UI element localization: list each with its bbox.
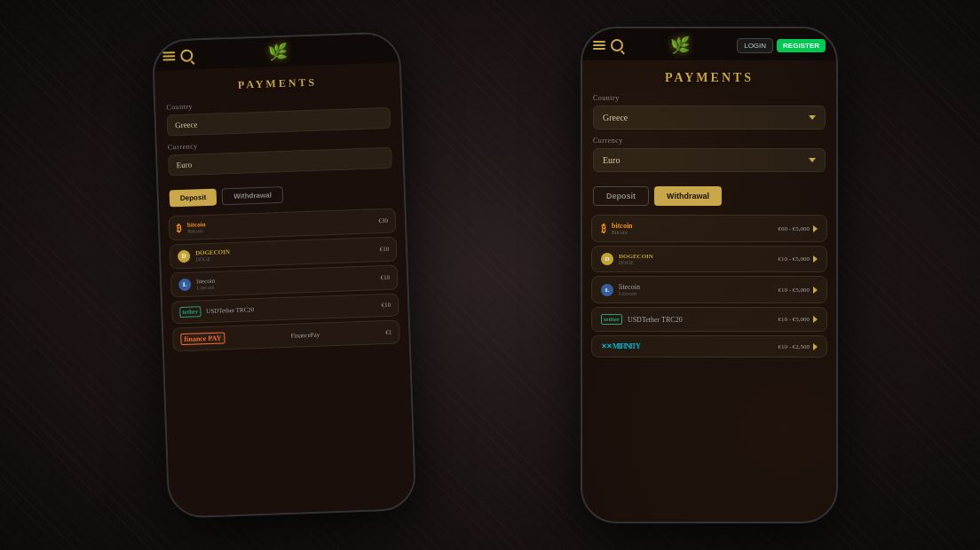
front-logo: 🌿 [670, 35, 690, 55]
front-doge-name: DOGECOIN [619, 253, 653, 260]
front-search-icon[interactable] [611, 39, 623, 51]
front-payment-mifinity[interactable]: ✕✕ MIFINITY €10 - €2,500 [591, 335, 827, 358]
hamburger-icon[interactable] [162, 51, 175, 60]
front-payment-litecoin[interactable]: Ł litecoin Litecoin €10 - €5,000 [591, 276, 827, 303]
login-button[interactable]: LOGIN [737, 38, 773, 53]
phone-front: 🌿 LOGIN REGISTER Payments Country Greece [581, 27, 838, 523]
front-nav-left [593, 39, 623, 51]
front-logo-emblem: 🌿 [670, 35, 690, 55]
back-nav-left [162, 49, 193, 62]
back-payment-usdt[interactable]: tether USDTether TRC20 €10 [171, 294, 399, 325]
front-form: Country Greece Currency Euro [582, 94, 836, 172]
usdt-chevron [813, 316, 818, 323]
back-currency-select[interactable]: Euro [168, 147, 392, 177]
back-payment-doge[interactable]: D DOGECOIN DOGE €10 [170, 237, 398, 270]
front-deposit-tab[interactable]: Deposit [593, 186, 649, 206]
front-currency-select[interactable]: Euro [593, 148, 826, 172]
front-hamburger-icon[interactable] [593, 41, 605, 50]
phone-front-screen: 🌿 LOGIN REGISTER Payments Country Greece [582, 28, 836, 522]
usdt-name: USDTether TRC20 [206, 306, 254, 315]
front-nav-right: LOGIN REGISTER [737, 38, 826, 53]
financepay-icon: finance PAY [180, 332, 225, 345]
mifinity-icon: ✕✕ MIFINITY [601, 342, 640, 350]
back-payment-financepay[interactable]: finance PAY FinancePay €1 [172, 319, 400, 351]
front-payment-list: ₿ bitcoin Bitcoin €60 - €5,000 [582, 215, 836, 358]
front-payment-bitcoin[interactable]: ₿ bitcoin Bitcoin €60 - €5,000 [591, 215, 827, 242]
register-button[interactable]: REGISTER [777, 39, 826, 52]
back-payment-list: ₿ bitcoin Bitcoin €30 D [160, 208, 409, 352]
currency-chevron [809, 158, 816, 162]
logo-emblem: 🌿 [268, 43, 288, 63]
front-page-title: Payments [582, 60, 836, 94]
doge-chevron [813, 255, 818, 263]
front-tab-row: Deposit Withdrawal [582, 179, 836, 215]
front-country-label: Country [593, 94, 826, 102]
back-country-select[interactable]: Greece [167, 107, 391, 137]
front-btc-name: bitcoin [612, 222, 633, 230]
btc-icon: ₿ [177, 223, 182, 233]
front-payment-usdt[interactable]: tether USDTether TRC20 €10 - €5,000 [591, 307, 827, 332]
mifinity-chevron [813, 343, 818, 350]
bitcoin-chevron [813, 225, 818, 232]
back-withdrawal-tab[interactable]: Withdrawal [222, 186, 283, 205]
country-chevron [809, 115, 816, 120]
back-screen-content: Payments Country Greece Currency Euro De… [154, 62, 415, 516]
financepay-name: FinancePay [290, 331, 320, 339]
front-withdrawal-tab[interactable]: Withdrawal [654, 186, 722, 206]
front-ltc-name: litecoin [619, 283, 640, 291]
front-btc-icon: ₿ [601, 224, 606, 234]
front-usdt-icon: tether [601, 314, 622, 325]
back-payment-litecoin[interactable]: Ł litecoin Litecoin €10 [170, 265, 399, 298]
front-currency-label: Currency [593, 137, 826, 145]
doge-icon: D [178, 250, 190, 263]
back-form: Country Greece Currency Euro [155, 95, 403, 177]
front-country-select[interactable]: Greece [593, 106, 826, 130]
front-payment-doge[interactable]: D DOGECOIN DOGE €10 - €5,000 [591, 246, 827, 272]
front-usdt-name: USDTether TRC20 [628, 316, 683, 324]
front-doge-icon: D [601, 253, 613, 265]
scene: 🌿 Payments Country Greece Currency Euro [0, 0, 980, 550]
front-screen-content: Payments Country Greece Currency Euro D [582, 60, 836, 522]
back-logo: 🌿 [268, 43, 288, 63]
front-top-bar: 🌿 LOGIN REGISTER [582, 28, 836, 60]
phone-back: 🌿 Payments Country Greece Currency Euro [152, 31, 417, 518]
ltc-chevron [813, 287, 818, 294]
front-ltc-icon: Ł [601, 284, 613, 296]
usdt-icon: tether [179, 306, 201, 318]
back-deposit-tab[interactable]: Deposit [170, 189, 217, 208]
search-icon[interactable] [180, 49, 193, 61]
ltc-icon: Ł [178, 279, 191, 291]
phone-back-screen: 🌿 Payments Country Greece Currency Euro [154, 33, 415, 516]
